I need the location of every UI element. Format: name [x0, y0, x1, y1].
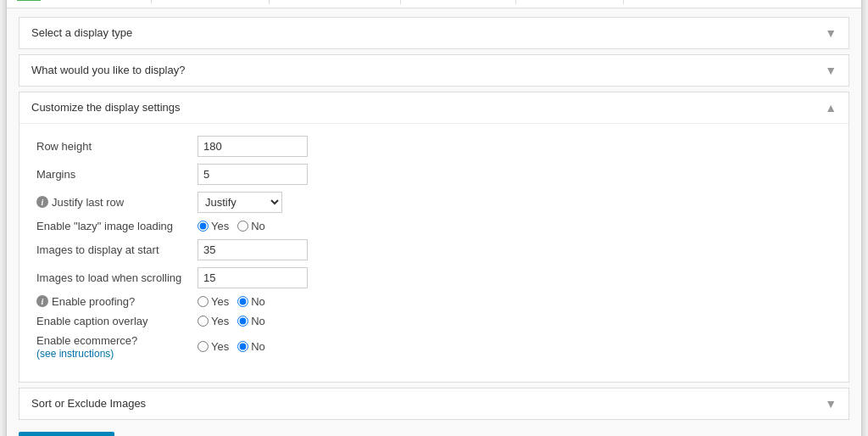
what-display-title: What would you like to display? [31, 64, 185, 76]
sort-exclude-header[interactable]: Sort or Exclude Images ▼ [19, 388, 849, 419]
ecommerce-label-text: Enable ecommerce? (see instructions) [36, 334, 137, 360]
lazy-loading-yes-label[interactable]: Yes [198, 220, 229, 232]
ecommerce-instructions-link[interactable]: (see instructions) [36, 348, 137, 360]
ecommerce-label: Enable ecommerce? (see instructions) [36, 334, 198, 360]
justify-last-row-row: i Justify last row Justify Left Center R… [36, 192, 832, 213]
row-height-label: Row height [36, 140, 198, 153]
lazy-loading-yes-radio[interactable] [198, 221, 209, 232]
tab-display-galleries[interactable]: Display Galleries [151, 0, 269, 4]
ecommerce-yes-label[interactable]: Yes [198, 340, 229, 353]
caption-overlay-yes-radio[interactable] [198, 316, 209, 327]
select-display-title: Select a display type [31, 26, 132, 39]
ecommerce-no-label[interactable]: No [237, 340, 265, 353]
ecommerce-no-radio[interactable] [237, 341, 248, 352]
tab-bar: Display Galleries Add Gallery / Images M… [151, 0, 830, 4]
tab-manage-galleries[interactable]: Manage Galleries [400, 0, 515, 4]
customize-header[interactable]: Customize the display settings ▲ [19, 92, 849, 123]
what-display-section: What would you like to display? ▼ [19, 54, 849, 87]
lazy-loading-radios: Yes No [198, 220, 265, 232]
content-area: Select a display type ▼ What would you l… [7, 8, 861, 437]
enable-proofing-row: i Enable proofing? Yes No [36, 295, 832, 308]
customize-section: Customize the display settings ▲ Row hei… [19, 92, 849, 383]
lazy-loading-no-label[interactable]: No [237, 220, 265, 232]
save-changes-button[interactable]: Save Changes [19, 432, 114, 437]
enable-proofing-yes-radio[interactable] [198, 296, 209, 307]
justify-info-icon: i [36, 196, 48, 208]
lazy-loading-label: Enable "lazy" image loading [36, 220, 198, 232]
sort-exclude-arrow: ▼ [825, 397, 837, 411]
ecommerce-row: Enable ecommerce? (see instructions) Yes… [36, 334, 832, 360]
caption-overlay-yes-label[interactable]: Yes [198, 315, 229, 327]
tab-manage-albums[interactable]: Manage Albums [515, 0, 623, 4]
caption-overlay-radios: Yes No [198, 315, 265, 327]
customize-title: Customize the display settings [31, 101, 181, 114]
what-display-arrow: ▼ [825, 64, 837, 77]
margins-input[interactable] [198, 164, 308, 185]
select-display-arrow: ▼ [825, 26, 837, 40]
close-button[interactable]: × [830, 0, 861, 3]
enable-proofing-radios: Yes No [198, 295, 265, 308]
header: NextGEN Gallery Display Galleries Add Ga… [7, 0, 861, 8]
logo-icon [17, 0, 41, 1]
images-load-scrolling-input[interactable] [198, 267, 308, 288]
row-height-row: Row height [36, 136, 832, 157]
select-display-section: Select a display type ▼ [19, 17, 849, 49]
images-load-scrolling-label: Images to load when scrolling [36, 271, 198, 284]
images-at-start-label: Images to display at start [36, 243, 198, 256]
enable-proofing-no-label[interactable]: No [237, 295, 265, 308]
row-height-input[interactable] [198, 136, 308, 157]
enable-proofing-label: i Enable proofing? [36, 295, 198, 308]
justify-last-row-label: i Justify last row [36, 196, 198, 209]
sort-exclude-title: Sort or Exclude Images [31, 397, 146, 410]
customize-arrow: ▲ [825, 101, 837, 115]
images-at-start-input[interactable] [198, 239, 308, 260]
proofing-info-icon: i [36, 295, 48, 307]
what-display-header[interactable]: What would you like to display? ▼ [19, 55, 849, 86]
ecommerce-yes-radio[interactable] [198, 341, 209, 352]
customize-body: Row height Margins i Justify last row Ju… [19, 123, 849, 382]
caption-overlay-row: Enable caption overlay Yes No [36, 315, 832, 327]
logo-area: NextGEN Gallery [7, 0, 151, 8]
caption-overlay-no-radio[interactable] [237, 316, 248, 327]
sort-exclude-section: Sort or Exclude Images ▼ [19, 388, 849, 420]
margins-row: Margins [36, 164, 832, 185]
lazy-loading-no-radio[interactable] [237, 221, 248, 232]
enable-proofing-no-radio[interactable] [237, 296, 248, 307]
tab-manage-tags[interactable]: Manage Tags [623, 0, 718, 4]
caption-overlay-no-label[interactable]: No [237, 315, 265, 327]
lazy-loading-row: Enable "lazy" image loading Yes No [36, 220, 832, 232]
images-load-scrolling-row: Images to load when scrolling [36, 267, 832, 288]
main-window: NextGEN Gallery Display Galleries Add Ga… [6, 0, 862, 436]
tab-add-gallery[interactable]: Add Gallery / Images [269, 0, 400, 4]
select-display-header[interactable]: Select a display type ▼ [19, 18, 849, 48]
justify-last-row-select[interactable]: Justify Left Center Right Hide [198, 192, 282, 213]
margins-label: Margins [36, 168, 198, 181]
enable-proofing-yes-label[interactable]: Yes [198, 295, 229, 308]
images-at-start-row: Images to display at start [36, 239, 832, 260]
ecommerce-radios: Yes No [198, 340, 265, 353]
caption-overlay-label: Enable caption overlay [36, 315, 198, 327]
